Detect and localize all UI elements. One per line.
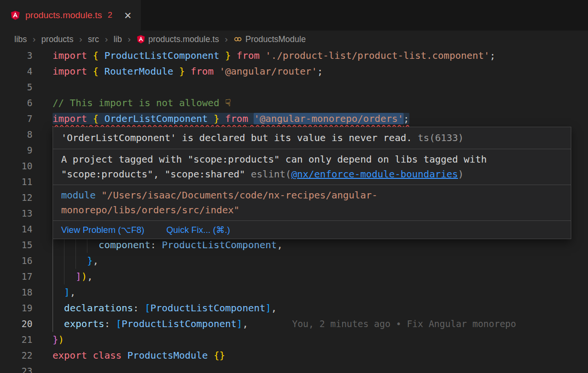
line-number: 11	[0, 174, 32, 190]
ts-message-text: 'OrderListComponent' is declared but its…	[61, 132, 412, 143]
code-row-15[interactable]: 15 component: ProductListComponent,	[0, 237, 588, 253]
breadcrumb-item-libs[interactable]: libs	[14, 34, 27, 44]
indent-guide	[53, 316, 53, 332]
tab-bar: products.module.ts 2 ×	[0, 0, 588, 31]
chevron-right-icon: ›	[32, 34, 35, 44]
vscode-window: products.module.ts 2 × libs › products ›…	[0, 0, 588, 373]
hover-module-info: module "/Users/isaac/Documents/code/nx-r…	[53, 185, 571, 220]
view-problem-action[interactable]: View Problem (⌥F8)	[61, 222, 144, 237]
breadcrumb-item-file[interactable]: products.module.ts	[137, 34, 219, 44]
tab-problem-count: 2	[108, 11, 112, 20]
indent-guide	[75, 253, 76, 269]
breadcrumb-item-lib[interactable]: lib	[114, 34, 122, 44]
line-number: 12	[0, 190, 32, 206]
line-number: 17	[0, 269, 32, 285]
line-number: 8	[0, 127, 32, 143]
breadcrumb: libs › products › src › lib › products.m…	[0, 31, 588, 48]
error-squiggle-range: import { OrderListComponent } from '@ang…	[53, 113, 409, 124]
indent-guide	[64, 269, 64, 285]
indent-guide	[53, 253, 53, 269]
eslint-message-line2: "scope:products", "scope:shared" eslint(…	[61, 167, 563, 182]
eslint-rule-link[interactable]: @nx/enforce-module-boundaries	[291, 168, 458, 180]
code-row-19[interactable]: 19 declarations: [ProductListComponent],	[0, 300, 588, 316]
code-row-23[interactable]: 23	[0, 363, 588, 373]
code-row-22[interactable]: 22export class ProductsModule {}	[0, 348, 588, 363]
line-number: 18	[0, 285, 32, 300]
breadcrumb-file-label: products.module.ts	[149, 34, 219, 44]
chevron-right-icon: ›	[105, 34, 107, 44]
hover-status-bar: View Problem (⌥F8) Quick Fix... (⌘.)	[53, 220, 571, 239]
tab-products-module-ts[interactable]: products.module.ts 2 ×	[0, 0, 141, 31]
line-number: 9	[0, 143, 32, 158]
breadcrumb-item-symbol[interactable]: ProductsModule	[234, 34, 306, 44]
code-row-3[interactable]: 3import { ProductListComponent } from '.…	[0, 48, 588, 64]
quick-fix-action[interactable]: Quick Fix... (⌘.)	[166, 222, 230, 237]
code-row-16[interactable]: 16 },	[0, 253, 588, 269]
indent-guide	[64, 253, 64, 269]
code-row-5[interactable]: 5	[0, 79, 588, 95]
close-icon[interactable]: ×	[124, 9, 131, 22]
breadcrumb-item-products[interactable]: products	[42, 34, 74, 44]
line-number: 6	[0, 95, 32, 111]
hover-eslint-message: A project tagged with "scope:products" c…	[53, 149, 571, 185]
line-number: 20	[0, 316, 32, 332]
line-number: 3	[0, 48, 32, 64]
angular-icon	[137, 35, 145, 44]
code-row-6[interactable]: 6// This import is not allowed ☟	[0, 95, 588, 111]
chevron-right-icon: ›	[128, 34, 130, 44]
line-number: 22	[0, 348, 32, 363]
hover-popup: 'OrderListComponent' is declared but its…	[53, 127, 571, 239]
indent-guide	[75, 237, 76, 253]
line-number: 13	[0, 206, 32, 221]
tab-title: products.module.ts	[25, 10, 102, 21]
code-row-20[interactable]: 20 exports: [ProductListComponent],You, …	[0, 316, 588, 332]
editor[interactable]: 3import { ProductListComponent } from '.…	[0, 48, 588, 373]
line-number: 14	[0, 221, 32, 237]
indent-guide	[64, 237, 64, 253]
chevron-right-icon: ›	[225, 34, 227, 44]
line-number: 5	[0, 79, 32, 95]
angular-icon	[11, 11, 20, 20]
indent-guide	[87, 237, 87, 253]
ts-message-source: ts(6133)	[418, 132, 464, 143]
class-symbol-icon	[234, 35, 242, 44]
eslint-message-line1: A project tagged with "scope:products" c…	[61, 152, 563, 167]
hover-ts-message: 'OrderListComponent' is declared but its…	[53, 127, 571, 149]
line-number: 19	[0, 300, 32, 316]
indent-guide	[53, 285, 53, 300]
line-number: 21	[0, 332, 32, 348]
git-blame-annotation: You, 2 minutes ago • Fix Angular monorep…	[292, 318, 516, 329]
breadcrumb-symbol-label: ProductsModule	[246, 34, 306, 44]
code-row-7[interactable]: 7import { OrderListComponent } from '@an…	[0, 111, 588, 127]
line-number: 4	[0, 64, 32, 79]
code-row-4[interactable]: 4import { RouterModule } from '@angular/…	[0, 64, 588, 79]
breadcrumb-item-src[interactable]: src	[88, 34, 99, 44]
line-number: 10	[0, 158, 32, 174]
indent-guide	[53, 269, 53, 285]
line-number: 16	[0, 253, 32, 269]
line-number: 7	[0, 111, 32, 127]
code-row-18[interactable]: 18 ],	[0, 285, 588, 300]
chevron-right-icon: ›	[79, 34, 82, 44]
line-number: 15	[0, 237, 32, 253]
code-row-21[interactable]: 21})	[0, 332, 588, 348]
line-number: 23	[0, 363, 32, 373]
module-keyword: module	[61, 189, 96, 201]
indent-guide	[53, 237, 53, 253]
code-row-17[interactable]: 17 ]),	[0, 269, 588, 285]
indent-guide	[53, 300, 53, 316]
